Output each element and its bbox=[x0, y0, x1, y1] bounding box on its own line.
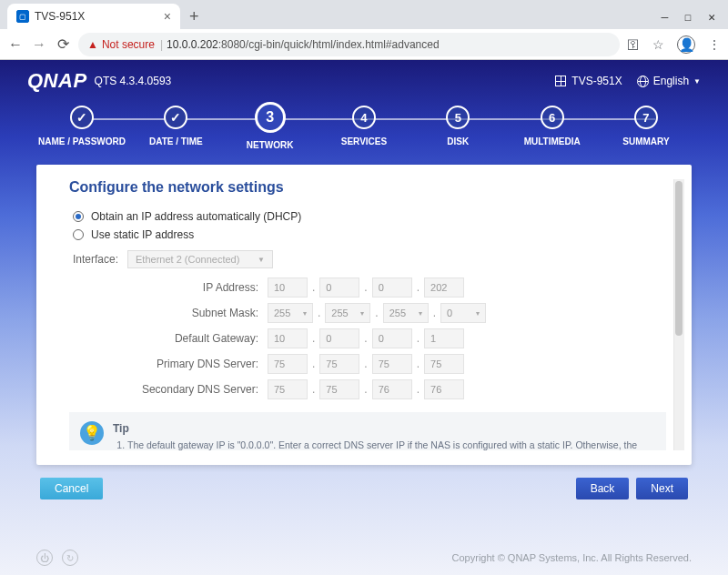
tip-item: The default gateway IP is "0.0.0.0". Ent… bbox=[127, 439, 655, 450]
dns2-octet-input[interactable]: 76 bbox=[424, 379, 464, 399]
step-name-password[interactable]: ✓NAME / PASSWORD bbox=[36, 106, 127, 150]
language-label: English bbox=[653, 75, 689, 87]
model-badge: TVS-951X bbox=[555, 75, 622, 87]
dns2-octet-input[interactable]: 75 bbox=[268, 379, 308, 399]
mask-octet-select[interactable]: 255 bbox=[383, 303, 429, 323]
minimize-icon[interactable]: — bbox=[662, 10, 669, 24]
forward-nav-icon: → bbox=[31, 36, 47, 53]
step-check-icon: ✓ bbox=[70, 106, 94, 129]
tab-favicon-icon: ▢ bbox=[16, 10, 29, 23]
globe-icon bbox=[637, 76, 649, 87]
step-number: 4 bbox=[352, 106, 376, 129]
gw-octet-input[interactable]: 0 bbox=[372, 328, 412, 348]
warning-icon: ▲ bbox=[87, 38, 98, 51]
separator: | bbox=[160, 38, 163, 51]
version-label: QTS 4.3.4.0593 bbox=[95, 75, 172, 87]
dns1-octet-input[interactable]: 75 bbox=[372, 354, 412, 374]
step-number: 7 bbox=[634, 106, 658, 129]
back-button[interactable]: Back bbox=[576, 478, 630, 499]
browser-tab[interactable]: ▢ TVS-951X × bbox=[7, 4, 180, 29]
gw-octet-input[interactable]: 10 bbox=[268, 328, 308, 348]
refresh-icon[interactable]: ↻ bbox=[62, 550, 78, 566]
tip-title: Tip bbox=[113, 421, 655, 437]
ip-form: IP Address: 10. 0. 0. 202 Subnet Mask: 2… bbox=[131, 277, 666, 399]
row-dns2: Secondary DNS Server: 75. 75. 76. 76 bbox=[131, 379, 666, 399]
radio-checked-icon bbox=[73, 211, 84, 222]
step-number: 5 bbox=[446, 106, 470, 129]
step-check-icon: ✓ bbox=[164, 106, 187, 129]
copyright-text: Copyright © QNAP Systems, Inc. All Right… bbox=[452, 552, 692, 563]
dns2-octet-input[interactable]: 75 bbox=[319, 379, 359, 399]
label-gw: Default Gateway: bbox=[131, 332, 268, 345]
step-network[interactable]: 3NETWORK bbox=[225, 106, 316, 150]
language-select[interactable]: English ▼ bbox=[637, 75, 701, 87]
not-secure-badge[interactable]: ▲ Not secure bbox=[87, 38, 155, 51]
label-dns2: Secondary DNS Server: bbox=[131, 383, 268, 396]
step-number: 3 bbox=[255, 102, 286, 133]
row-dns1: Primary DNS Server: 75. 75. 75. 75 bbox=[131, 354, 666, 374]
label-mask: Subnet Mask: bbox=[131, 307, 268, 319]
dns2-octet-input[interactable]: 76 bbox=[372, 379, 412, 399]
step-multimedia[interactable]: 6MULTIMEDIA bbox=[507, 106, 598, 150]
nas-icon bbox=[555, 76, 566, 86]
qnap-logo: QNAP bbox=[27, 69, 87, 93]
interface-value: Ethernet 2 (Connected) bbox=[136, 254, 239, 265]
footer: ⏻ ↻ Copyright © QNAP Systems, Inc. All R… bbox=[0, 550, 728, 566]
gw-octet-input[interactable]: 1 bbox=[424, 328, 464, 348]
interface-select[interactable]: Ethernet 2 (Connected) ▼ bbox=[127, 250, 273, 268]
cancel-button[interactable]: Cancel bbox=[40, 478, 103, 499]
radio-dhcp-label: Obtain an IP address automatically (DHCP… bbox=[91, 210, 301, 223]
step-disk[interactable]: 5DISK bbox=[412, 106, 503, 150]
url-field[interactable]: ▲ Not secure | 10.0.0.202:8080/cgi-bin/q… bbox=[78, 33, 620, 56]
mask-octet-select[interactable]: 255 bbox=[325, 303, 370, 323]
dns1-octet-input[interactable]: 75 bbox=[268, 354, 308, 374]
key-icon[interactable]: ⚿ bbox=[627, 37, 640, 52]
gw-octet-input[interactable]: 0 bbox=[319, 328, 359, 348]
scrollbar-track[interactable] bbox=[673, 179, 684, 450]
label-ip: IP Address: bbox=[131, 281, 268, 294]
back-nav-icon[interactable]: ← bbox=[7, 36, 24, 53]
close-icon[interactable]: × bbox=[164, 9, 171, 24]
step-date-time[interactable]: ✓DATE / TIME bbox=[130, 106, 221, 150]
radio-dhcp[interactable]: Obtain an IP address automatically (DHCP… bbox=[73, 210, 666, 223]
step-number: 6 bbox=[541, 106, 564, 129]
mask-octet-select[interactable]: 0 bbox=[440, 303, 486, 323]
radio-static[interactable]: Use static IP address bbox=[73, 228, 666, 241]
toolbar-icons: ⚿ ☆ 👤 ⋮ bbox=[627, 35, 721, 54]
step-summary[interactable]: 7SUMMARY bbox=[601, 106, 692, 150]
scrollbar-thumb[interactable] bbox=[675, 181, 682, 336]
menu-icon[interactable]: ⋮ bbox=[708, 37, 721, 52]
dns1-octet-input[interactable]: 75 bbox=[424, 354, 464, 374]
card-title: Configure the network settings bbox=[69, 179, 666, 196]
reload-icon[interactable]: ⟳ bbox=[55, 35, 71, 53]
close-window-icon[interactable]: ✕ bbox=[708, 10, 715, 24]
ip-octet-input[interactable]: 0 bbox=[319, 277, 359, 298]
tip-box: 💡 Tip The default gateway IP is "0.0.0.0… bbox=[69, 412, 666, 450]
label-dns1: Primary DNS Server: bbox=[131, 358, 268, 370]
tab-title: TVS-951X bbox=[35, 10, 164, 23]
lightbulb-icon: 💡 bbox=[80, 421, 104, 445]
profile-icon[interactable]: 👤 bbox=[677, 35, 695, 54]
tab-bar: ▢ TVS-951X × + — ☐ ✕ bbox=[0, 0, 728, 29]
action-bar: Cancel Back Next bbox=[0, 465, 728, 512]
row-gateway: Default Gateway: 10. 0. 0. 1 bbox=[131, 328, 666, 348]
star-icon[interactable]: ☆ bbox=[652, 37, 664, 52]
dns1-octet-input[interactable]: 75 bbox=[319, 354, 359, 374]
ip-octet-input[interactable]: 10 bbox=[268, 277, 308, 298]
app-body: QNAP QTS 4.3.4.0593 TVS-951X English ▼ ✓… bbox=[0, 60, 728, 575]
ip-octet-input[interactable]: 202 bbox=[424, 277, 464, 298]
radio-static-label: Use static IP address bbox=[91, 228, 194, 241]
ip-octet-input[interactable]: 0 bbox=[372, 277, 412, 298]
maximize-icon[interactable]: ☐ bbox=[684, 10, 692, 24]
mask-octet-select[interactable]: 255 bbox=[268, 303, 313, 323]
radio-unchecked-icon bbox=[73, 229, 84, 240]
next-button[interactable]: Next bbox=[636, 478, 688, 499]
settings-card: Configure the network settings Obtain an… bbox=[36, 165, 692, 465]
power-icon[interactable]: ⏻ bbox=[36, 550, 53, 566]
url-text: 10.0.0.202:8080/cgi-bin/quick/html/index… bbox=[167, 38, 440, 51]
interface-row: Interface: Ethernet 2 (Connected) ▼ bbox=[73, 250, 666, 268]
interface-label: Interface: bbox=[73, 253, 118, 266]
app-header: QNAP QTS 4.3.4.0593 TVS-951X English ▼ bbox=[0, 60, 728, 98]
new-tab-button[interactable]: + bbox=[189, 7, 199, 26]
step-services[interactable]: 4SERVICES bbox=[318, 106, 410, 150]
